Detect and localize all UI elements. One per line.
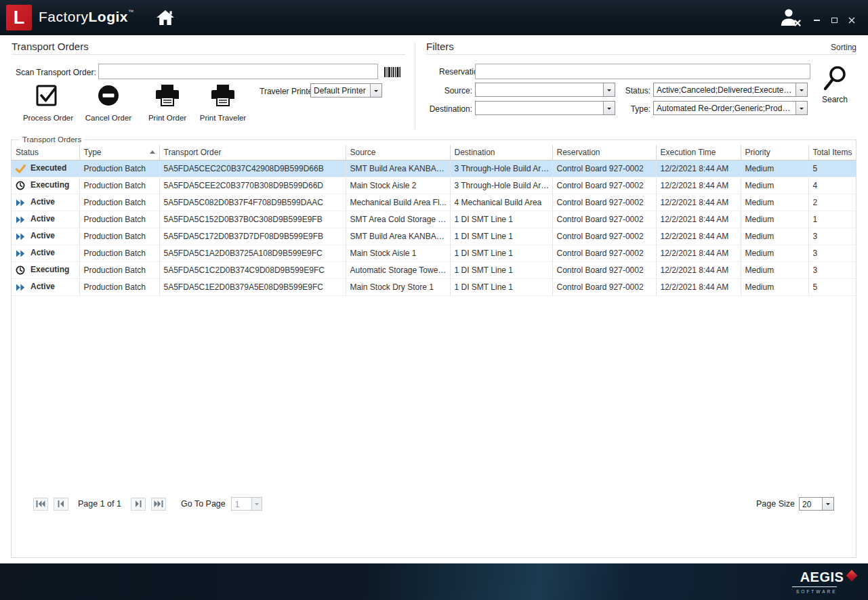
user-signout-icon[interactable] — [779, 7, 802, 27]
destination-label: Destination: — [423, 104, 472, 114]
cell-priority: Medium — [741, 261, 808, 278]
previous-page-icon[interactable] — [54, 498, 68, 511]
destination-select[interactable] — [475, 101, 615, 115]
cell-destination: 3 Through-Hole Build Area — [450, 177, 552, 194]
cell-type: Production Batch — [79, 160, 159, 177]
first-page-icon[interactable] — [33, 498, 48, 511]
search-icon — [822, 65, 848, 92]
cell-priority: Medium — [741, 194, 808, 211]
type-select[interactable]: Automated Re-Order;Generic;Produc... — [653, 101, 808, 115]
cell-total-items: 2 — [808, 194, 856, 211]
status-select[interactable]: Active;Canceled;Delivered;Executed;E... — [653, 83, 808, 97]
sorting-link[interactable]: Sorting — [831, 41, 856, 52]
table-row[interactable]: ActiveProduction Batch5A5FDA5C082D0B37F4… — [12, 194, 856, 211]
table-row[interactable]: ActiveProduction Batch5A5FDA5C1A2D0B3725… — [12, 244, 856, 261]
cell-source: Main Stock Aisle 2 — [346, 177, 450, 194]
chevron-down-icon[interactable] — [822, 498, 833, 510]
column-header-destination[interactable]: Destination — [450, 145, 552, 160]
cell-priority: Medium — [741, 177, 808, 194]
cell-total-items: 3 — [808, 261, 856, 278]
column-header-source[interactable]: Source — [346, 145, 450, 160]
table-row[interactable]: ActiveProduction Batch5A5FDA5C1E2D0B379A… — [12, 278, 856, 295]
cell-reservation: Control Board 927-0002 — [552, 194, 656, 211]
column-header-priority[interactable]: Priority — [741, 145, 808, 160]
executing-status-icon — [16, 180, 28, 190]
cell-source: Main Stock Aisle 1 — [346, 244, 450, 261]
process-order-icon — [35, 84, 61, 107]
cell-transport-order: 5A5FDA5C172D0B37D7DF08D9B599E9FB — [159, 228, 346, 244]
home-icon[interactable] — [156, 9, 176, 27]
cell-destination: 1 DI SMT Line 1 — [450, 211, 552, 228]
cell-total-items: 5 — [808, 278, 856, 295]
source-select[interactable] — [475, 83, 615, 97]
cell-execution-time: 12/2/2021 8:44 AM — [656, 278, 741, 295]
close-icon[interactable] — [848, 16, 856, 24]
active-status-icon — [16, 282, 28, 292]
column-header-reservation[interactable]: Reservation — [552, 145, 656, 160]
next-page-icon[interactable] — [131, 498, 146, 511]
column-header-type[interactable]: Type — [79, 145, 159, 160]
transport-orders-tbody: ExecutedProduction Batch5A5FDA5CEC2C0B37… — [12, 160, 856, 295]
cancel-order-button[interactable]: Cancel Order — [79, 84, 138, 122]
cell-priority: Medium — [741, 278, 808, 295]
cell-total-items: 4 — [808, 177, 856, 194]
factorylogix-logo: L — [6, 5, 32, 30]
trademark-symbol: ™ — [128, 9, 133, 15]
cell-reservation: Control Board 927-0002 — [552, 278, 656, 295]
cell-source: Automatic Storage Tower 1 — [346, 261, 450, 278]
page-indicator: Page 1 of 1 — [78, 499, 121, 509]
cell-destination: 3 Through-Hole Build Area — [450, 160, 552, 177]
active-status-icon — [16, 215, 28, 224]
search-label: Search — [822, 95, 848, 104]
cell-type: Production Batch — [79, 278, 159, 295]
aegis-diamond-icon — [846, 570, 858, 582]
table-row[interactable]: ExecutingProduction Batch5A5FDA5CEE2C0B3… — [12, 177, 856, 194]
cell-status: Executing — [12, 177, 79, 194]
page-size-select[interactable]: 20 — [799, 497, 834, 511]
traveler-printer-select[interactable]: Default Printer — [310, 83, 382, 98]
table-row[interactable]: ExecutingProduction Batch5A5FDA5C1C2D0B3… — [12, 261, 856, 278]
panel-divider — [415, 42, 415, 129]
cell-transport-order: 5A5FDA5C1A2D0B3725A108D9B599E9FC — [159, 244, 346, 261]
maximize-icon[interactable] — [830, 16, 838, 24]
chevron-down-icon[interactable] — [251, 498, 262, 510]
scan-transport-order-input[interactable] — [98, 64, 378, 79]
print-order-button[interactable]: Print Order — [138, 84, 197, 122]
chevron-down-icon[interactable] — [370, 84, 381, 97]
cancel-order-label: Cancel Order — [85, 114, 131, 122]
chevron-down-icon[interactable] — [795, 102, 807, 114]
status-label: Status: — [625, 86, 650, 95]
filters-panel-title: Filters — [426, 41, 454, 52]
goto-page-input[interactable]: 1 — [231, 497, 262, 511]
search-button[interactable]: Search — [819, 65, 851, 104]
chevron-down-icon[interactable] — [795, 83, 807, 96]
logo-letter: L — [14, 9, 25, 27]
cancel-order-icon — [97, 84, 120, 107]
minimize-icon[interactable] — [812, 16, 821, 24]
cell-type: Production Batch — [79, 228, 159, 244]
cell-transport-order: 5A5FDA5CEC2C0B37C42908D9B599D66B — [159, 160, 346, 177]
table-row[interactable]: ExecutedProduction Batch5A5FDA5CEC2C0B37… — [12, 160, 856, 177]
status-value: Active;Canceled;Delivered;Executed;E... — [657, 85, 795, 95]
table-row[interactable]: ActiveProduction Batch5A5FDA5C152D0B37B0… — [12, 211, 856, 228]
brand-wordmark: FactoryLogix™ — [39, 9, 133, 25]
column-header-execution-time[interactable]: Execution Time — [656, 145, 741, 160]
column-header-status[interactable]: Status — [12, 145, 79, 160]
cell-execution-time: 12/2/2021 8:44 AM — [656, 228, 741, 244]
reservation-input[interactable] — [475, 64, 810, 79]
source-label: Source: — [439, 86, 472, 95]
table-row[interactable]: ActiveProduction Batch5A5FDA5C172D0B37D7… — [12, 228, 856, 244]
cell-total-items: 1 — [808, 211, 856, 228]
process-order-button[interactable]: Process Order — [19, 84, 77, 122]
titlebar: L FactoryLogix™ — [0, 0, 868, 35]
column-header-total-items[interactable]: Total Items — [808, 145, 856, 160]
column-header-transport-order[interactable]: Transport Order — [159, 145, 346, 160]
cell-status: Active — [12, 244, 79, 261]
chevron-down-icon[interactable] — [603, 83, 615, 96]
cell-execution-time: 12/2/2021 8:44 AM — [656, 177, 741, 194]
traveler-printer-value: Default Printer — [314, 86, 369, 95]
print-traveler-button[interactable]: Print Traveler — [194, 84, 252, 122]
chevron-down-icon[interactable] — [603, 102, 615, 114]
cell-reservation: Control Board 927-0002 — [552, 211, 656, 228]
last-page-icon[interactable] — [151, 498, 166, 511]
